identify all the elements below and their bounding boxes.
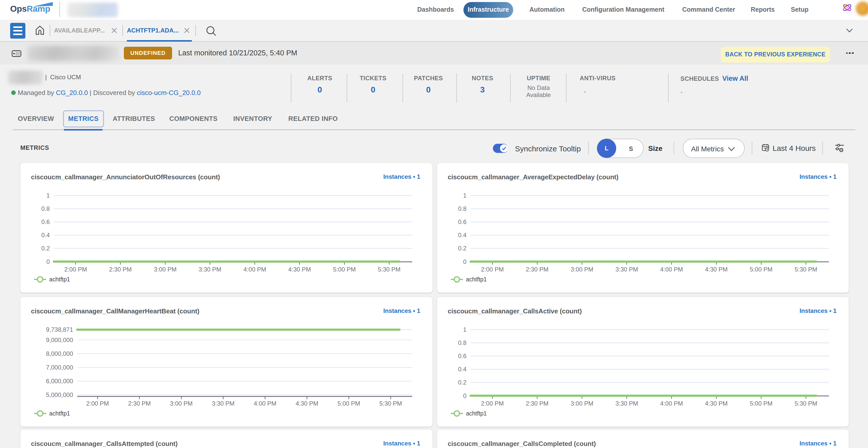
svg-text:2:00 PM: 2:00 PM — [481, 400, 503, 407]
svg-text:5:30 PM: 5:30 PM — [378, 266, 401, 273]
svg-text:5:00 PM: 5:00 PM — [750, 266, 772, 273]
svg-text:9,738,871: 9,738,871 — [46, 326, 73, 333]
svg-text:1: 1 — [463, 192, 466, 199]
svg-text:1: 1 — [46, 192, 50, 199]
svg-text:5:00 PM: 5:00 PM — [333, 266, 355, 273]
svg-text:0.6: 0.6 — [458, 352, 466, 359]
svg-text:4:30 PM: 4:30 PM — [288, 266, 311, 273]
svg-text:9,000,000: 9,000,000 — [46, 336, 73, 343]
svg-text:5:30 PM: 5:30 PM — [379, 400, 402, 407]
svg-text:5,000,000: 5,000,000 — [46, 391, 73, 398]
svg-text:4:00 PM: 4:00 PM — [660, 400, 683, 407]
svg-text:0: 0 — [463, 392, 466, 399]
svg-text:0.4: 0.4 — [41, 232, 50, 238]
svg-text:4:30 PM: 4:30 PM — [705, 266, 727, 273]
svg-text:4:00 PM: 4:00 PM — [254, 400, 276, 407]
svg-text:3:00 PM: 3:00 PM — [570, 400, 593, 407]
svg-text:3:30 PM: 3:30 PM — [212, 400, 235, 407]
svg-text:0.8: 0.8 — [458, 205, 466, 212]
svg-text:achtftp1: achtftp1 — [466, 410, 487, 417]
svg-text:2:00 PM: 2:00 PM — [481, 266, 503, 273]
svg-text:4:30 PM: 4:30 PM — [705, 400, 727, 407]
svg-text:2:30 PM: 2:30 PM — [109, 266, 132, 273]
svg-text:2:30 PM: 2:30 PM — [526, 266, 549, 273]
svg-text:achtftp1: achtftp1 — [466, 276, 487, 283]
svg-text:3:00 PM: 3:00 PM — [154, 266, 176, 273]
svg-text:4:30 PM: 4:30 PM — [296, 400, 318, 407]
svg-text:2:30 PM: 2:30 PM — [526, 400, 549, 407]
svg-text:8,000,000: 8,000,000 — [46, 350, 73, 357]
svg-text:0.8: 0.8 — [41, 205, 50, 212]
svg-text:5:00 PM: 5:00 PM — [750, 400, 772, 407]
svg-text:1: 1 — [463, 326, 466, 333]
svg-text:3:00 PM: 3:00 PM — [170, 400, 193, 407]
svg-text:7,000,000: 7,000,000 — [46, 364, 73, 370]
svg-text:0.2: 0.2 — [458, 245, 466, 252]
svg-text:4:00 PM: 4:00 PM — [243, 266, 266, 273]
svg-text:5:30 PM: 5:30 PM — [795, 266, 817, 273]
svg-text:3:30 PM: 3:30 PM — [199, 266, 221, 273]
svg-text:4:00 PM: 4:00 PM — [660, 266, 683, 273]
svg-text:0: 0 — [463, 258, 466, 265]
svg-text:5:30 PM: 5:30 PM — [795, 400, 817, 407]
svg-text:5:00 PM: 5:00 PM — [338, 400, 360, 407]
svg-text:2:00 PM: 2:00 PM — [64, 266, 87, 273]
svg-text:3:30 PM: 3:30 PM — [616, 266, 638, 273]
svg-text:achtftp1: achtftp1 — [49, 410, 70, 417]
svg-text:0: 0 — [46, 258, 50, 265]
svg-text:3:00 PM: 3:00 PM — [570, 266, 593, 273]
svg-text:achtftp1: achtftp1 — [49, 276, 70, 283]
svg-text:0.4: 0.4 — [458, 232, 466, 238]
svg-text:0.2: 0.2 — [458, 379, 466, 386]
svg-text:3:30 PM: 3:30 PM — [616, 400, 638, 407]
svg-text:0.4: 0.4 — [458, 365, 466, 372]
svg-text:0.8: 0.8 — [458, 339, 466, 346]
svg-text:2:00 PM: 2:00 PM — [86, 400, 109, 407]
svg-text:0.6: 0.6 — [458, 218, 466, 225]
svg-text:0.2: 0.2 — [41, 245, 50, 252]
svg-text:0.6: 0.6 — [41, 218, 50, 225]
svg-text:2:30 PM: 2:30 PM — [128, 400, 151, 407]
svg-text:6,000,000: 6,000,000 — [46, 378, 73, 384]
